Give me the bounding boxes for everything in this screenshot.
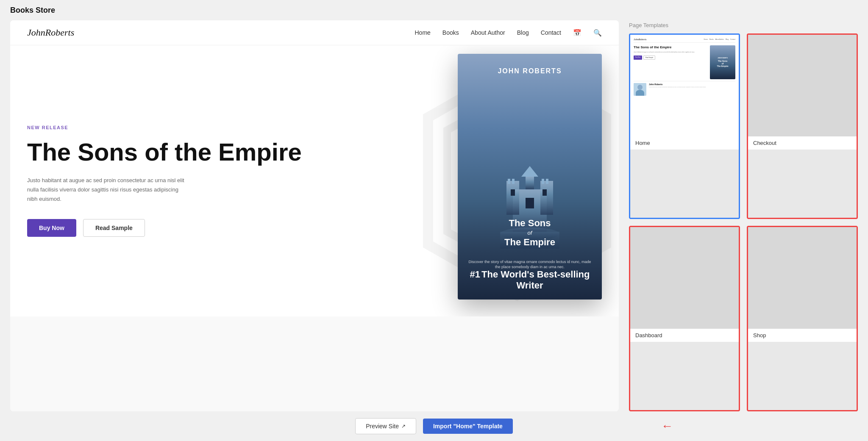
template-card-checkout-preview [748,35,857,136]
hero-description: Justo habitant at augue ac sed proin con… [27,176,188,204]
arrow-indicator: ← [661,419,673,433]
template-dashboard-label: Dashboard [630,329,739,342]
calendar-icon[interactable]: 📅 [573,28,581,37]
svg-marker-10 [521,166,538,177]
template-shop-label: Shop [748,329,857,342]
site-preview-area: JohnRoberts Home Books About Author Blog… [10,20,619,411]
svg-rect-5 [508,179,510,184]
external-link-icon: ↗ [401,423,406,429]
svg-rect-8 [546,179,548,184]
template-card-dashboard-preview [630,227,739,329]
book-title: The Sons of The Empire [458,217,602,249]
site-preview: JohnRoberts Home Books About Author Blog… [10,20,619,411]
app-title: Books Store [10,6,55,15]
template-checkout-label: Checkout [748,136,857,150]
site-nav: JohnRoberts Home Books About Author Blog… [10,20,619,45]
templates-panel: Page Templates JohnRoberts HomeBooksAbou… [629,20,858,411]
hero-book-cover-container: JOHN ROBERTS [458,54,602,300]
nav-blog[interactable]: Blog [517,29,529,36]
site-logo: JohnRoberts [27,27,415,38]
preview-site-label: Preview Site [366,423,399,430]
site-hero: NEW RELEASE The Sons of the Empire Justo… [10,45,619,316]
svg-rect-7 [542,179,544,184]
svg-rect-11 [526,198,534,208]
svg-rect-3 [506,181,519,215]
svg-rect-13 [542,189,547,196]
book-subtitle: Discover the story of vitae magna ornare… [458,259,602,270]
bottom-bar: Preview Site ↗ Import "Home" Template ← [0,411,868,441]
preview-site-button[interactable]: Preview Site ↗ [355,418,416,434]
nav-contact[interactable]: Contact [541,29,561,36]
search-icon[interactable]: 🔍 [593,28,602,37]
site-nav-links: Home Books About Author Blog Contact 📅 🔍 [415,28,602,37]
template-card-checkout[interactable]: Checkout [747,33,858,219]
buy-now-button[interactable]: Buy Now [27,219,76,237]
svg-rect-9 [526,177,534,189]
templates-panel-title: Page Templates [629,20,858,28]
svg-rect-6 [512,179,515,184]
book-rank: #1 The World's Best-selling Writer [458,269,602,291]
top-bar: Books Store [0,0,868,20]
home-template-mini: JohnRoberts HomeBooksAbout AuthorBlogCon… [630,35,739,136]
templates-grid: JohnRoberts HomeBooksAbout AuthorBlogCon… [629,33,858,411]
nav-books[interactable]: Books [442,29,459,36]
book-cover: JOHN ROBERTS [458,54,602,300]
template-card-dashboard[interactable]: Dashboard [629,226,740,411]
book-author-name: JOHN ROBERTS [458,67,602,75]
template-card-shop-preview [748,227,857,329]
template-card-shop[interactable]: Shop [747,226,858,411]
template-card-home[interactable]: JohnRoberts HomeBooksAbout AuthorBlogCon… [629,33,740,219]
nav-about-author[interactable]: About Author [471,29,505,36]
import-template-button[interactable]: Import "Home" Template [423,419,513,434]
template-card-home-preview: JohnRoberts HomeBooksAbout AuthorBlogCon… [630,35,739,136]
nav-home[interactable]: Home [415,29,430,36]
read-sample-button[interactable]: Read Sample [83,219,145,237]
template-home-label: Home [630,136,739,150]
svg-rect-12 [511,189,515,196]
main-content: JohnRoberts Home Books About Author Blog… [0,20,868,411]
svg-rect-4 [540,181,553,215]
